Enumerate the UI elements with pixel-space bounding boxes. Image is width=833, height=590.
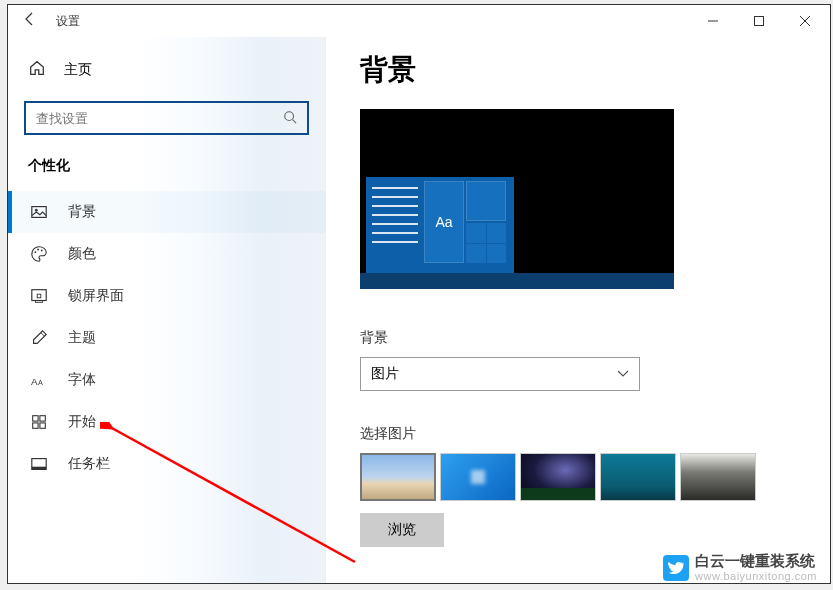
watermark-title: 白云一键重装系统 xyxy=(695,553,817,570)
background-type-dropdown[interactable]: 图片 xyxy=(360,357,640,391)
svg-rect-6 xyxy=(32,207,46,218)
preview-startmenu: Aa xyxy=(366,177,514,273)
thumbnail-4[interactable] xyxy=(600,453,676,501)
desktop-preview: Aa xyxy=(360,109,674,289)
nav-item-start[interactable]: 开始 xyxy=(8,401,325,443)
svg-text:A: A xyxy=(38,378,43,387)
home-label: 主页 xyxy=(64,61,92,79)
svg-rect-1 xyxy=(755,17,764,26)
window-body: 主页 个性化 背景 颜色 锁屏界面 xyxy=(8,37,830,583)
nav-list: 背景 颜色 锁屏界面 主题 AA 字体 xyxy=(8,191,325,485)
palette-icon xyxy=(30,245,48,263)
preview-tile-aa: Aa xyxy=(424,181,464,263)
preview-taskbar xyxy=(360,273,674,289)
maximize-button[interactable] xyxy=(736,5,782,37)
picture-thumbnails xyxy=(360,453,796,501)
thumbnail-1[interactable] xyxy=(360,453,436,501)
thumbnail-5[interactable] xyxy=(680,453,756,501)
nav-item-colors[interactable]: 颜色 xyxy=(8,233,325,275)
nav-label: 背景 xyxy=(68,203,96,221)
chevron-down-icon xyxy=(617,368,629,380)
nav-item-background[interactable]: 背景 xyxy=(8,191,325,233)
back-button[interactable] xyxy=(10,11,50,31)
nav-item-fonts[interactable]: AA 字体 xyxy=(8,359,325,401)
watermark: 白云一键重装系统 www.baiyunxitong.com xyxy=(663,553,817,582)
nav-item-taskbar[interactable]: 任务栏 xyxy=(8,443,325,485)
nav-label: 开始 xyxy=(68,413,96,431)
search-icon xyxy=(283,110,297,127)
search-input[interactable] xyxy=(36,111,283,126)
svg-rect-13 xyxy=(37,294,41,298)
svg-rect-12 xyxy=(35,301,42,303)
titlebar: 设置 xyxy=(8,5,830,37)
page-title: 背景 xyxy=(360,51,796,89)
svg-rect-11 xyxy=(32,290,46,301)
home-button[interactable]: 主页 xyxy=(8,47,325,93)
settings-window: 设置 主页 个性化 背景 xyxy=(7,4,831,584)
thumbnail-2[interactable] xyxy=(440,453,516,501)
nav-label: 主题 xyxy=(68,329,96,347)
preview-tiles: Aa xyxy=(424,177,514,273)
start-icon xyxy=(30,413,48,431)
watermark-logo xyxy=(663,555,689,581)
sidebar: 主页 个性化 背景 颜色 锁屏界面 xyxy=(8,37,326,583)
window-title: 设置 xyxy=(56,13,80,30)
background-label: 背景 xyxy=(360,329,796,347)
nav-item-lockscreen[interactable]: 锁屏界面 xyxy=(8,275,325,317)
dropdown-value: 图片 xyxy=(371,365,617,383)
svg-point-10 xyxy=(41,250,43,252)
nav-group-title: 个性化 xyxy=(8,155,325,191)
browse-button[interactable]: 浏览 xyxy=(360,513,444,547)
home-icon xyxy=(28,59,46,81)
nav-label: 锁屏界面 xyxy=(68,287,124,305)
content-area: 背景 Aa 背景 图片 选择图片 xyxy=(326,37,830,583)
svg-rect-20 xyxy=(40,423,45,428)
svg-line-5 xyxy=(293,119,297,123)
svg-point-7 xyxy=(35,209,38,212)
caption-controls xyxy=(690,5,828,37)
svg-text:A: A xyxy=(31,376,38,387)
svg-rect-19 xyxy=(33,423,38,428)
taskbar-icon xyxy=(30,455,48,473)
lockscreen-icon xyxy=(30,287,48,305)
nav-item-themes[interactable]: 主题 xyxy=(8,317,325,359)
svg-line-14 xyxy=(41,333,45,337)
thumbnail-3[interactable] xyxy=(520,453,596,501)
svg-rect-17 xyxy=(33,416,38,421)
svg-point-9 xyxy=(37,249,39,251)
preview-applist xyxy=(366,177,424,273)
search-input-container[interactable] xyxy=(24,101,309,135)
svg-point-4 xyxy=(285,111,294,120)
svg-rect-22 xyxy=(32,467,46,470)
choose-picture-label: 选择图片 xyxy=(360,425,796,443)
watermark-text: 白云一键重装系统 www.baiyunxitong.com xyxy=(695,553,817,582)
nav-label: 字体 xyxy=(68,371,96,389)
svg-point-8 xyxy=(35,251,37,253)
watermark-url: www.baiyunxitong.com xyxy=(695,570,817,582)
minimize-button[interactable] xyxy=(690,5,736,37)
nav-label: 任务栏 xyxy=(68,455,110,473)
svg-rect-18 xyxy=(40,416,45,421)
font-icon: AA xyxy=(30,371,48,389)
picture-icon xyxy=(30,203,48,221)
brush-icon xyxy=(30,329,48,347)
close-button[interactable] xyxy=(782,5,828,37)
nav-label: 颜色 xyxy=(68,245,96,263)
